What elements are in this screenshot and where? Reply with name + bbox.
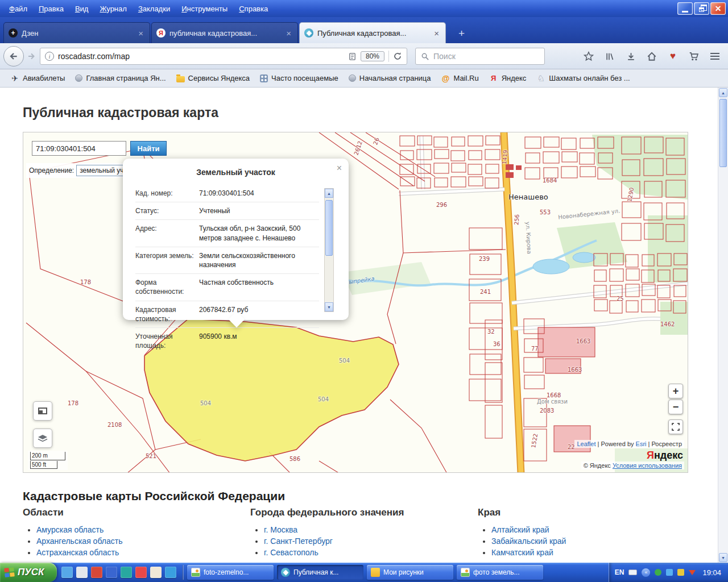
scroll-thumb[interactable]	[719, 99, 727, 167]
reader-mode-icon[interactable]	[348, 52, 357, 61]
back-button[interactable]	[3, 46, 24, 66]
bookmark-5[interactable]: Начальная страница	[344, 72, 436, 84]
downloads-button[interactable]	[624, 50, 637, 63]
balloon-close-button[interactable]: ×	[337, 163, 342, 173]
taskbar-task-2[interactable]: Публичная к...	[277, 565, 363, 580]
leaflet-link[interactable]: Leaflet	[577, 440, 595, 447]
region-link-3-2[interactable]: Забайкальский край	[491, 537, 566, 546]
quick-launch-icon-2[interactable]	[76, 567, 88, 578]
zen-icon	[9, 28, 18, 38]
layers-button[interactable]	[33, 429, 52, 448]
tab-close-button[interactable]: ×	[136, 28, 145, 38]
bookmark-star-button[interactable]	[582, 50, 595, 63]
taskbar-task-3[interactable]: Мои рисунки	[367, 565, 453, 580]
language-indicator[interactable]: EN	[615, 568, 624, 576]
taskbar-tasks: foto-zemelno...Публичная к...Мои рисунки…	[185, 565, 545, 580]
balloon-scrollbar[interactable]: ▲ ▼	[324, 188, 334, 312]
library-button[interactable]	[603, 50, 616, 63]
menu-item-5[interactable]: Закладки	[133, 2, 176, 16]
minimize-button[interactable]	[677, 2, 693, 15]
region-link-1-1[interactable]: Амурская область	[36, 525, 104, 534]
new-tab-button[interactable]: +	[453, 27, 470, 40]
zoom-level-button[interactable]: 80%	[361, 51, 384, 61]
bookmark-7[interactable]: ЯЯндекс	[485, 72, 531, 85]
region-link-2-1[interactable]: г. Москва	[264, 525, 297, 534]
yandex-logo[interactable]: Яндекс	[647, 450, 683, 462]
bookmark-8[interactable]: ♘Шахматы онлайн без ...	[532, 72, 634, 85]
start-button[interactable]: ПУСК	[0, 563, 57, 582]
url-text[interactable]: roscadastr.com/map	[58, 52, 344, 61]
hide-icons-chevron[interactable]: «	[642, 568, 650, 577]
tab-1[interactable]: Дзен×	[3, 22, 150, 43]
bookmark-2[interactable]: Главная страница Ян...	[71, 72, 170, 84]
bookmark-3[interactable]: Сервисы Яндекса	[172, 72, 254, 84]
menu-item-3[interactable]: Вид	[69, 2, 94, 16]
menu-button[interactable]	[709, 50, 721, 63]
close-button[interactable]: ✕	[710, 2, 726, 15]
region-link-1-2[interactable]: Архангельская область	[36, 537, 122, 546]
region-link-2-2[interactable]: г. Санкт-Петербург	[264, 537, 333, 546]
download-tray-icon[interactable]	[689, 570, 696, 575]
taskbar-clock[interactable]: 19:04	[702, 568, 721, 577]
menu-item-4[interactable]: Журнал	[94, 2, 132, 16]
tray-icon[interactable]	[677, 569, 684, 576]
home-button[interactable]	[646, 50, 658, 63]
search-bar[interactable]: Поиск	[415, 48, 545, 65]
region-link-3-1[interactable]: Алтайский край	[491, 525, 549, 534]
esri-link[interactable]: Esri	[636, 440, 647, 447]
bookmark-6[interactable]: @Mail.Ru	[437, 72, 483, 85]
reload-icon[interactable]	[393, 52, 402, 61]
menu-item-7[interactable]: Справка	[233, 2, 274, 16]
taskbar-task-4[interactable]: фото земель...	[457, 565, 543, 580]
folder-icon	[176, 76, 185, 82]
region-link-1-3[interactable]: Астраханская область	[36, 548, 119, 557]
scroll-up-icon[interactable]: ▲	[719, 88, 727, 97]
minimap-toggle-button[interactable]	[33, 401, 52, 421]
restore-button[interactable]	[694, 2, 709, 15]
quick-launch-icon-3[interactable]	[91, 567, 102, 578]
pocket-button[interactable]: ♥	[667, 50, 679, 63]
scroll-up-icon[interactable]: ▲	[325, 189, 333, 198]
zoom-out-button[interactable]: −	[668, 400, 683, 414]
cadastral-map[interactable]: 1781782108521586504504504261226296141925…	[23, 132, 688, 473]
tab-2[interactable]: Япубличная кадастровая...×	[151, 22, 298, 43]
tab-3[interactable]: Публичная кадастровая...×	[299, 22, 446, 43]
fullscreen-button[interactable]	[668, 419, 683, 434]
tab-close-button[interactable]: ×	[432, 28, 441, 38]
scroll-down-icon[interactable]: ▼	[325, 302, 333, 311]
taskbar-task-1[interactable]: foto-zemelno...	[187, 565, 274, 580]
sections-title: Кадастровые карты Российской Федерации	[23, 489, 285, 503]
menu-item-1[interactable]: Файл	[3, 2, 33, 16]
attribution-separator: |	[598, 440, 599, 447]
terms-link[interactable]: Условия использования	[613, 462, 682, 469]
zoom-in-button[interactable]: +	[668, 384, 683, 398]
cart-extension-button[interactable]	[688, 50, 700, 63]
balloon-row-label: Кадастровая стоимость:	[135, 305, 199, 323]
scroll-thumb[interactable]	[325, 200, 333, 256]
keyboard-icon[interactable]	[628, 569, 637, 575]
quick-launch-icon-1[interactable]	[61, 567, 73, 578]
network-tray-icon[interactable]	[666, 569, 673, 576]
region-link-2-3[interactable]: г. Севастополь	[264, 548, 318, 557]
minimize-icon	[682, 11, 688, 13]
find-button[interactable]: Найти	[130, 141, 167, 156]
forward-button[interactable]	[26, 51, 36, 61]
tab-close-button[interactable]: ×	[284, 28, 293, 38]
quick-launch-icon-7[interactable]	[150, 567, 162, 578]
quick-launch-icon-4[interactable]	[106, 567, 117, 578]
site-info-icon[interactable]: i	[45, 52, 54, 61]
list-item: Забайкальский край	[491, 537, 705, 546]
antivirus-tray-icon[interactable]	[655, 569, 661, 576]
menu-item-6[interactable]: Инструменты	[176, 2, 233, 16]
quick-launch-icon-5[interactable]	[121, 567, 132, 578]
bookmark-1[interactable]: ✈Авиабилеты	[6, 72, 69, 85]
address-bar[interactable]: i roscadastr.com/map 80%	[40, 48, 407, 65]
menu-item-2[interactable]: Правка	[33, 2, 69, 16]
cadastral-number-input[interactable]	[32, 141, 126, 156]
page-scrollbar[interactable]: ▲ ▼	[718, 88, 728, 563]
quick-launch-icon-8[interactable]	[165, 567, 176, 578]
scroll-down-icon[interactable]: ▼	[719, 553, 727, 562]
region-link-3-3[interactable]: Камчатский край	[491, 548, 553, 557]
quick-launch-icon-6[interactable]	[135, 567, 147, 578]
bookmark-4[interactable]: Часто посещаемые	[255, 72, 343, 84]
